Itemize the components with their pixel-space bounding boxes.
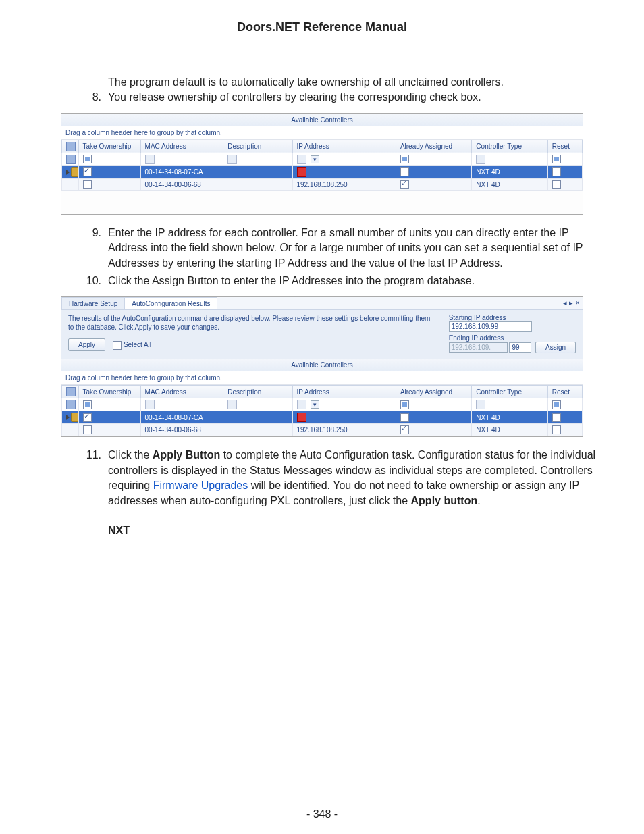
- lock-icon: [71, 413, 78, 422]
- ip-dropdown-icon[interactable]: ▾: [311, 400, 319, 409]
- mac-cell: 00-14-34-00-06-68: [140, 178, 223, 190]
- col-mac[interactable]: MAC Address: [140, 140, 223, 153]
- filter-desc-icon[interactable]: [227, 155, 237, 164]
- col-type[interactable]: Controller Type: [472, 386, 547, 398]
- take-ownership-checkbox[interactable]: [83, 180, 92, 189]
- filter-assigned-checkbox[interactable]: [400, 155, 409, 163]
- reset-checkbox[interactable]: [552, 425, 561, 434]
- table-row[interactable]: 00-14-34-00-06-68 192.168.108.250 NXT 4D: [62, 424, 583, 436]
- starting-ip-input[interactable]: [449, 321, 532, 332]
- apply-button[interactable]: Apply: [68, 338, 105, 351]
- ip-cell[interactable]: 192.168.108.250: [292, 424, 396, 436]
- desc-cell[interactable]: [223, 178, 292, 190]
- ip-warning-icon: [297, 413, 306, 422]
- col-take-ownership[interactable]: Take Ownership: [78, 140, 140, 153]
- take-ownership-checkbox[interactable]: [83, 425, 92, 434]
- filter-take-checkbox[interactable]: [83, 155, 92, 163]
- firmware-upgrades-link[interactable]: Firmware Upgrades: [153, 479, 248, 491]
- filter-ip-icon[interactable]: [297, 155, 306, 164]
- filter-icon[interactable]: [66, 400, 76, 409]
- step-11: 11. Click the Apply Button to complete t…: [81, 448, 597, 509]
- filter-assigned-checkbox[interactable]: [400, 400, 409, 409]
- take-ownership-checkbox[interactable]: [83, 413, 92, 422]
- step-number: 11.: [81, 448, 101, 463]
- take-ownership-checkbox[interactable]: [83, 167, 92, 176]
- close-icon[interactable]: ×: [576, 298, 580, 307]
- filter-reset-checkbox[interactable]: [552, 400, 561, 409]
- column-selector-icon[interactable]: [62, 140, 79, 153]
- tab-autoconfig-results[interactable]: AutoConfiguration Results: [124, 297, 217, 309]
- table-row[interactable]: 00-14-34-08-07-CA NXT 4D: [62, 165, 583, 178]
- lock-icon: [71, 167, 78, 177]
- group-by-hint[interactable]: Drag a column header here to group by th…: [61, 126, 583, 140]
- desc-cell[interactable]: [223, 424, 292, 436]
- filter-type-icon[interactable]: [476, 155, 485, 164]
- type-cell: NXT 4D: [472, 411, 547, 424]
- filter-row[interactable]: ▾: [62, 153, 583, 165]
- tab-bar: Hardware Setup AutoConfiguration Results…: [61, 297, 583, 310]
- desc-cell[interactable]: [223, 165, 292, 178]
- section-heading-nxt: NXT: [108, 525, 603, 537]
- col-reset[interactable]: Reset: [547, 386, 582, 398]
- filter-ip-icon[interactable]: [297, 400, 306, 409]
- col-assigned[interactable]: Already Assigned: [396, 386, 471, 398]
- assigned-checkbox[interactable]: [400, 167, 409, 176]
- filter-type-icon[interactable]: [476, 400, 485, 409]
- filter-icon[interactable]: [66, 155, 76, 164]
- step-text: Click the Apply Button to complete the A…: [108, 449, 595, 506]
- mac-cell: 00-14-34-08-07-CA: [140, 165, 223, 178]
- step-number: 8.: [81, 90, 101, 105]
- table-row[interactable]: 00-14-34-00-06-68 192.168.108.250 NXT 4D: [62, 178, 583, 190]
- table-row[interactable]: 00-14-34-08-07-CA NXT 4D: [62, 411, 583, 424]
- controllers-table: Take Ownership MAC Address Description I…: [61, 385, 583, 436]
- step-number: 10.: [81, 273, 101, 288]
- grid-title: Available Controllers: [61, 359, 583, 371]
- reset-checkbox[interactable]: [552, 413, 561, 422]
- instruction-text: The results of the AutoConfiguration com…: [68, 314, 435, 332]
- filter-mac-icon[interactable]: [145, 400, 155, 409]
- filter-take-checkbox[interactable]: [83, 400, 92, 409]
- type-cell: NXT 4D: [472, 424, 547, 436]
- assigned-checkbox[interactable]: [400, 413, 409, 422]
- desc-cell[interactable]: [223, 411, 292, 424]
- col-assigned[interactable]: Already Assigned: [396, 140, 471, 153]
- select-all-label: Select All: [124, 341, 151, 348]
- step-9: 9. Enter the IP address for each control…: [81, 226, 597, 271]
- ip-cell[interactable]: 192.168.108.250: [292, 178, 396, 190]
- reset-checkbox[interactable]: [552, 180, 561, 189]
- assigned-checkbox[interactable]: [400, 425, 409, 434]
- step-number: 9.: [81, 226, 101, 240]
- col-reset[interactable]: Reset: [547, 140, 582, 153]
- step-10: 10. Click the Assign Button to enter the…: [81, 273, 597, 288]
- mac-cell: 00-14-34-08-07-CA: [140, 411, 223, 424]
- col-description[interactable]: Description: [223, 386, 292, 398]
- step-text: You release ownership of controllers by …: [108, 91, 481, 103]
- reset-checkbox[interactable]: [552, 167, 561, 176]
- col-take-ownership[interactable]: Take Ownership: [78, 386, 140, 398]
- col-ip[interactable]: IP Address: [292, 140, 396, 153]
- filter-desc-icon[interactable]: [227, 400, 237, 409]
- group-by-hint[interactable]: Drag a column header here to group by th…: [61, 371, 583, 385]
- col-description[interactable]: Description: [223, 140, 292, 153]
- filter-mac-icon[interactable]: [145, 155, 155, 164]
- page-number: - 348 -: [0, 808, 644, 820]
- tab-hardware-setup[interactable]: Hardware Setup: [61, 297, 125, 309]
- controllers-table: Take Ownership MAC Address Description I…: [61, 140, 583, 191]
- starting-ip-label: Starting IP address: [449, 314, 576, 321]
- col-type[interactable]: Controller Type: [472, 140, 547, 153]
- column-selector-icon[interactable]: [62, 386, 79, 398]
- assigned-checkbox[interactable]: [400, 180, 409, 189]
- col-ip[interactable]: IP Address: [292, 386, 396, 398]
- tab-nav-icons[interactable]: ◂ ▸ ×: [560, 297, 583, 309]
- intro-paragraph: The program default is to automatically …: [108, 75, 597, 90]
- col-mac[interactable]: MAC Address: [140, 386, 223, 398]
- step-text: Enter the IP address for each controller…: [108, 227, 583, 269]
- screenshot-available-controllers-1: Available Controllers Drag a column head…: [61, 113, 583, 215]
- assign-button[interactable]: Assign: [535, 342, 576, 353]
- filter-reset-checkbox[interactable]: [552, 155, 561, 163]
- filter-row[interactable]: ▾: [62, 398, 583, 411]
- ending-ip-last-input[interactable]: [509, 342, 531, 353]
- select-all-checkbox[interactable]: [113, 341, 122, 350]
- type-cell: NXT 4D: [472, 165, 547, 178]
- ip-dropdown-icon[interactable]: ▾: [311, 155, 319, 163]
